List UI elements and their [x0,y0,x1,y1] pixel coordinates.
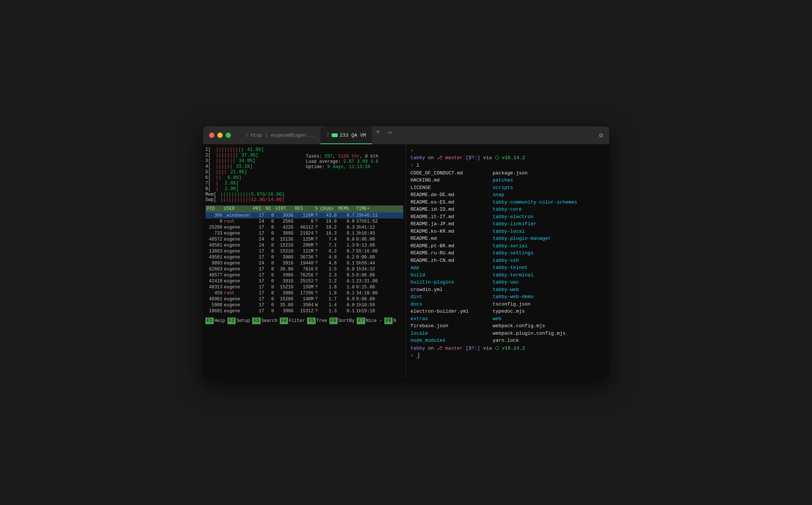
table-row: 48961 eugene 17 0 1520G 146M ? 1.7 0.9 0… [205,296,404,302]
list-item: tabby-linkifier [493,220,605,228]
list-item: scripts [493,184,605,192]
table-row: 13883 eugene 17 0 1521G 122M ? 6.2 0.7 5… [205,248,404,254]
table-row: 459 root 17 0 390G 17296 ? 1.8 0.1 34:10… [205,290,404,296]
table-row: 5908 eugene 17 0 35.8G 3504 W 1.4 0.0 1h… [205,302,404,308]
table-row: 48313 eugene 17 0 1521G 156M ? 1.8 1.0 0… [205,284,404,290]
main-content: 1[||||||||||41.6%] 2[||||||||37.3%] 3[||… [203,144,609,379]
list-item: extras [410,315,493,323]
list-item: package.json [493,170,605,177]
tab-1[interactable]: 1 htop | eugene@Eugen... [240,126,321,144]
close-button[interactable] [209,133,214,138]
f6-key[interactable]: F6 [329,317,338,324]
add-tab-button[interactable]: + [372,126,384,138]
list-item: tabby-settings [493,250,605,257]
list-item: tabby-core [493,206,605,213]
table-row: 42410 eugene 17 0 391G 25152 ? 2.2 0.1 2… [205,278,404,284]
f3-key[interactable]: F3 [252,317,260,324]
list-item: README.ja-JP.md [410,220,493,228]
f4-key[interactable]: F4 [280,317,288,324]
table-row: 62603 eugene 17 0 36.9G 7616 R 2.5 0.0 1… [205,266,404,272]
f5-key[interactable]: F5 [307,317,315,324]
list-item: yarn.lock [493,337,605,344]
process-table: PIDUSERPRINIVIRTRESSCPU%▽MEM%TIME+ 366 _… [205,205,404,314]
list-item: README.md [410,235,493,242]
tab-1-num: 1 [246,133,248,138]
list-item: typedoc.mjs [493,308,605,315]
ls-output: CODE_OF_CONDUCT.mdpackage.jsonHACKING.md… [410,170,605,344]
tab-2-icon [332,133,338,137]
terminal-window: 1 htop | eugene@Eugen... 2 233 QA VM + ▭… [203,126,609,379]
list-item: tabby-terminal [493,272,605,279]
list-item: tabby-community-color-schemes [493,199,605,206]
list-item: crowdin.yml [410,286,493,294]
list-item: LICENSE [410,184,493,192]
table-row: 9893 eugene 24 0 391G 19440 ? 4.8 0.1 5h… [205,260,404,266]
htop-pane: 1[||||||||||41.6%] 2[||||||||37.3%] 3[||… [203,144,406,379]
table-row: 366 _windowser 17 0 393G 116M ? 43.0 0.7… [205,213,404,219]
list-item: builtin-plugins [410,279,493,286]
term-cmd-line: › l [410,162,605,169]
tab-2-label: 233 QA VM [340,133,366,138]
list-item: README.zh-CN.md [410,257,493,264]
list-item: tabby-telnet [493,264,605,272]
list-item: README.ko-KR.md [410,228,493,235]
list-item: snap [493,191,605,199]
list-item: app [410,264,493,272]
list-item: tsconfig.json [493,301,605,308]
list-item: tabby-serial [493,242,605,250]
list-item: README.de-DE.md [410,191,493,199]
minimize-button[interactable] [217,133,223,138]
list-item: web [493,315,605,323]
settings-button[interactable]: ⚙ [599,131,603,139]
list-item: HACKING.md [410,177,493,184]
list-item: locale [410,330,493,337]
table-row: 25208 eugene 17 0 422G 46112 ? 18.2 0.3 … [205,224,404,230]
titlebar: 1 htop | eugene@Eugen... 2 233 QA VM + ▭… [203,126,609,144]
term-line-bracket: › [410,147,605,154]
table-row: 49561 eugene 17 0 390G 36736 ? 4.9 0.2 0… [205,254,404,260]
table-row: 18691 eugene 17 0 390G 15312 ? 1.3 0.1 1… [205,308,404,314]
function-keys-bar: F1Help F2Setup F3Search F4Filter F5Tree … [205,316,404,326]
list-item: tabby-local [493,228,605,235]
tab-manager-button[interactable]: ▭ [384,126,396,138]
term-cursor-line: › ▊ [410,352,605,359]
list-item: tabby-electron [493,213,605,221]
f7-key[interactable]: F7 [357,317,365,324]
list-item: firebase.json [410,322,493,330]
maximize-button[interactable] [226,133,231,138]
list-item: node_modules [410,337,493,344]
list-item: README.id-ID.md [410,206,493,213]
table-row: 48572 eugene 24 0 1513G 125M ? 7.4 0.8 0… [205,236,404,242]
list-item: webpack.config.mjs [493,322,605,330]
f1-key[interactable]: F1 [205,317,214,324]
f8-key[interactable]: F8 [384,317,393,324]
traffic-lights [209,133,231,138]
list-item: CODE_OF_CONDUCT.md [410,170,493,177]
tab-2-num: 2 [326,133,329,138]
list-item: tabby-ssh [493,257,605,264]
table-row: 48577 eugene 17 0 390G 76256 ? 2.3 0.5 0… [205,272,404,278]
terminal-pane: › tabby on ⎇ master [$?:] via ⬡ v18.14.2… [406,144,609,379]
list-item: tabby-plugin-manager [493,235,605,242]
list-item: build [410,272,493,279]
term-prompt-line1: tabby on ⎇ master [$?:] via ⬡ v18.14.2 [410,155,605,162]
table-row: 0 root 24 0 256G 0 ? 19.0 0.0 37h51:52 [205,219,404,224]
list-item: electron-builder.yml [410,308,493,315]
f2-key[interactable]: F2 [227,317,236,324]
table-row: 733 eugene 17 0 389G 21024 ? 16.3 0.1 3h… [205,230,404,236]
list-item: webpack.plugin.config.mjs [493,330,605,337]
term-prompt-line2: tabby on ⎇ master [$?:] via ⬡ v18.14.2 [410,345,605,352]
list-item: docs [410,301,493,308]
list-item: tabby-web [493,286,605,294]
list-item: dist [410,293,493,301]
list-item: README.it-IT.md [410,213,493,221]
tab-1-label: htop | eugene@Eugen... [251,133,315,138]
list-item: tabby-uac [493,279,605,286]
tabs: 1 htop | eugene@Eugen... 2 233 QA VM + ▭ [240,126,595,144]
tab-2[interactable]: 2 233 QA VM [320,126,372,144]
table-row: 48581 eugene 24 0 1521G 206M ? 7.1 1.3 0… [205,242,404,248]
list-item: README.ru-RU.md [410,250,493,257]
list-item: patches [493,177,605,184]
list-item: README.pt-BR.md [410,242,493,250]
list-item: README.es-ES.md [410,199,493,206]
